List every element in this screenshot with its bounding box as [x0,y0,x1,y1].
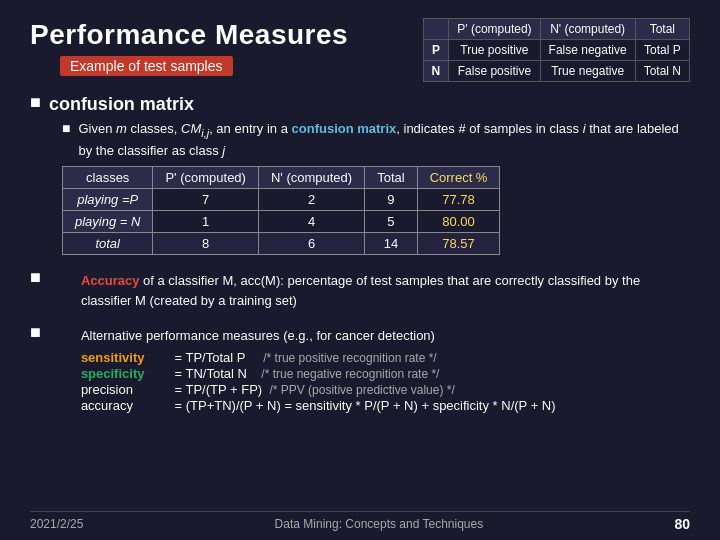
top-table-cell-n-label: N [423,61,449,82]
specificity-eq: = TN/Total N [171,366,261,381]
precision-eq: = TP/(TP + FP) [171,382,270,397]
sub-dot-1: ■ [62,120,70,136]
top-table-header-p-computed: P' (computed) [449,19,540,40]
confusion-matrix-label: confusion matrix [49,94,194,114]
cm-cell-total-np: 6 [258,233,364,255]
precision-comment: /* PPV (positive predictive value) */ [269,383,454,397]
top-table-header-total: Total [635,19,689,40]
section2: ■ Accuracy of a classifier M, acc(M): pe… [30,269,690,318]
cm-row-total: total 8 6 14 78.57 [63,233,500,255]
top-table-cell-false-positive: False positive [449,61,540,82]
accuracy-block: Accuracy of a classifier M, acc(M): perc… [81,271,690,310]
footer-date: 2021/2/25 [30,517,83,531]
cm-table-header-row: classes P' (computed) N' (computed) Tota… [63,167,500,189]
top-table-cell-total-n: Total N [635,61,689,82]
page-title: Performance Measures [30,18,403,52]
footer: 2021/2/25 Data Mining: Concepts and Tech… [30,511,690,532]
bullet-main-1: ■ confusion matrix [30,94,690,115]
cm-header-classes: classes [63,167,153,189]
sensitivity-eq: = TP/Total P [171,350,263,365]
top-table-cell-true-positive: True positive [449,40,540,61]
section3: ■ Alternative performance measures (e.g.… [30,324,690,418]
cm-table-wrap: classes P' (computed) N' (computed) Tota… [62,166,690,255]
bullet-dot-3: ■ [30,322,41,343]
confusion-matrix-heading: confusion matrix [49,94,194,115]
header-row: Performance Measures Example of test sam… [30,18,690,82]
cm-cell-playing-n-np: 4 [258,211,364,233]
cm-cell-total-pp: 8 [153,233,259,255]
sensitivity-comment: /* true positive recognition rate */ [263,351,436,365]
top-table-cell-true-negative: True negative [540,61,635,82]
cm-cell-playing-n-total: 5 [365,211,417,233]
top-table-cell-false-negative: False negative [540,40,635,61]
bullet-dot-1: ■ [30,92,41,113]
bullet-main-3: ■ Alternative performance measures (e.g.… [30,324,690,414]
cm-cell-playing-p-np: 2 [258,189,364,211]
cm-row-playing-p: playing =P 7 2 9 77.78 [63,189,500,211]
cm-cell-playing-p-pp: 7 [153,189,259,211]
formula-specificity: specificity = TN/Total N /* true negativ… [81,366,556,381]
accuracy-label: accuracy [81,398,171,413]
cm-cell-total-label: total [63,233,153,255]
footer-title: Data Mining: Concepts and Techniques [275,517,484,531]
alt-title: Alternative performance measures (e.g., … [81,326,556,347]
title-block: Performance Measures Example of test sam… [30,18,403,76]
top-right-table: P' (computed) N' (computed) Total P True… [423,18,690,82]
cm-cell-playing-n-correct: 80.00 [417,211,500,233]
cm-header-n-computed: N' (computed) [258,167,364,189]
specificity-label: specificity [81,366,171,381]
top-table-header-empty [423,19,449,40]
cm-header-total: Total [365,167,417,189]
cm-cell-playing-p-correct: 77.78 [417,189,500,211]
sub-text-1: Given m classes, CMi,j, an entry in a co… [78,119,690,160]
top-table-cell-p-label: P [423,40,449,61]
bullet-main-2: ■ Accuracy of a classifier M, acc(M): pe… [30,269,690,314]
cm-cell-total-correct: 78.57 [417,233,500,255]
formula-sensitivity: sensitivity = TP/Total P /* true positiv… [81,350,556,365]
sub-bullet-1: ■ Given m classes, CMi,j, an entry in a … [62,119,690,160]
cm-cell-playing-p-label: playing =P [63,189,153,211]
formula-accuracy: accuracy = (TP+TN)/(P + N) = sensitivity… [81,398,556,413]
accuracy-text: Accuracy of a classifier M, acc(M): perc… [81,273,640,308]
cm-cell-total-total: 14 [365,233,417,255]
top-table-row-n: N False positive True negative Total N [423,61,689,82]
alt-block: Alternative performance measures (e.g., … [81,326,556,414]
precision-label: precision [81,382,171,397]
cm-header-p-computed: P' (computed) [153,167,259,189]
subtitle: Example of test samples [60,56,233,76]
cm-cell-playing-p-total: 9 [365,189,417,211]
confusion-matrix-table: classes P' (computed) N' (computed) Tota… [62,166,500,255]
cm-header-correct: Correct % [417,167,500,189]
sensitivity-label: sensitivity [81,350,171,365]
top-table-header-n-computed: N' (computed) [540,19,635,40]
section1: ■ confusion matrix ■ Given m classes, CM… [30,94,690,263]
slide: Performance Measures Example of test sam… [0,0,720,540]
cm-row-playing-n: playing = N 1 4 5 80.00 [63,211,500,233]
bullet-dot-2: ■ [30,267,41,288]
footer-page: 80 [674,516,690,532]
accuracy-eq: = (TP+TN)/(P + N) = sensitivity * P/(P +… [171,398,556,413]
formula-precision: precision = TP/(TP + FP) /* PPV (positiv… [81,382,556,397]
cm-cell-playing-n-pp: 1 [153,211,259,233]
top-table-row-p: P True positive False negative Total P [423,40,689,61]
cm-cell-playing-n-label: playing = N [63,211,153,233]
top-table-cell-total-p: Total P [635,40,689,61]
specificity-comment: /* true negative recognition rate */ [261,367,439,381]
